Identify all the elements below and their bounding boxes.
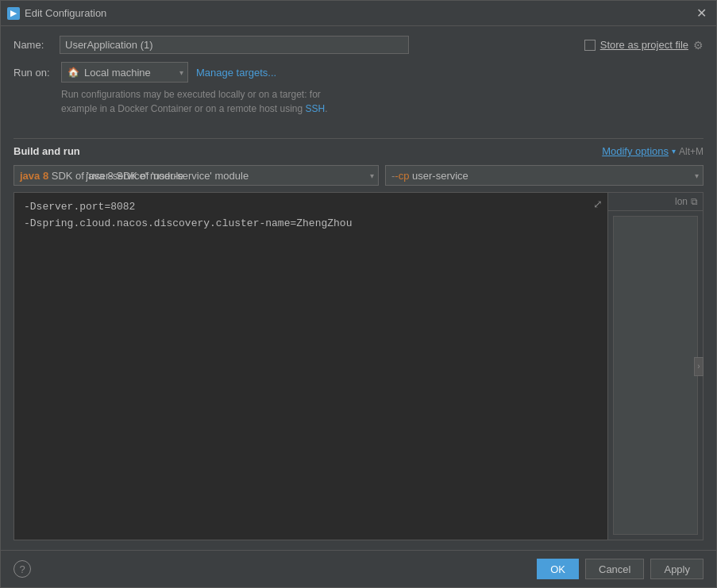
vm-arg-1: -Dserver.port=8082	[24, 199, 598, 216]
sdk-dropdown[interactable]: java 8 SDK of 'user-service' module	[13, 165, 379, 186]
modify-arrow-icon: ▾	[672, 147, 676, 156]
editor-toolbar: ⤢	[592, 196, 604, 212]
right-panel-top: lon ⧉	[608, 193, 703, 211]
gear-icon[interactable]: ⚙	[693, 39, 704, 52]
edit-configuration-dialog: ▶ Edit Configuration ✕ Name: Store as pr…	[0, 0, 717, 588]
dialog-body: Name: Store as project file ⚙ Run on: 🏠 …	[1, 26, 716, 550]
name-input[interactable]	[60, 36, 409, 54]
right-panel: lon ⧉ ›	[608, 192, 704, 540]
vm-arg-2: -Dspring.cloud.nacos.discovery.cluster-n…	[24, 216, 598, 233]
modify-options-link[interactable]: Modify options	[602, 145, 669, 157]
runon-section: Run on: 🏠 Local machine ▾ Manage targets…	[13, 62, 704, 125]
main-editor[interactable]: ⤢ -Dserver.port=8082 -Dspring.cloud.naco…	[13, 192, 608, 540]
name-label: Name:	[13, 39, 53, 51]
help-button[interactable]: ?	[13, 560, 31, 578]
ok-button[interactable]: OK	[537, 559, 579, 579]
ssh-link[interactable]: SSH	[306, 103, 326, 114]
footer-right: OK Cancel Apply	[537, 559, 704, 579]
close-button[interactable]: ✕	[693, 6, 710, 21]
store-row: Store as project file ⚙	[584, 39, 704, 52]
sdk-dropdown-wrapper: java 8 SDK of 'user-service' module java…	[13, 165, 379, 186]
app-icon: ▶	[7, 7, 20, 20]
name-row: Name:	[13, 36, 409, 54]
cancel-button[interactable]: Cancel	[585, 559, 644, 579]
run-hint: Run configurations may be executed local…	[13, 87, 704, 116]
cp-dropdown-wrapper: user-service --cp user-service ▾	[385, 165, 704, 186]
footer-left: ?	[13, 560, 31, 578]
footer: ? OK Cancel Apply	[1, 550, 716, 587]
right-panel-field-label: lon	[675, 196, 688, 207]
editor-content: -Dserver.port=8082 -Dspring.cloud.nacos.…	[14, 193, 607, 239]
runon-label: Run on:	[13, 67, 53, 79]
hint-line1: Run configurations may be executed local…	[61, 89, 321, 100]
divider	[13, 138, 704, 139]
right-panel-copy-icon[interactable]: ⧉	[691, 196, 698, 207]
manage-targets-link[interactable]: Manage targets...	[196, 67, 276, 79]
help-label: ?	[19, 563, 25, 575]
collapse-handle[interactable]: ›	[694, 357, 704, 376]
build-run-title: Build and run	[13, 145, 80, 157]
titlebar: ▶ Edit Configuration ✕	[1, 1, 716, 26]
cp-dropdown[interactable]: user-service	[385, 165, 704, 186]
right-panel-field[interactable]	[613, 216, 698, 535]
modify-options-row[interactable]: Modify options ▾ Alt+M	[602, 145, 704, 157]
dialog-title: Edit Configuration	[25, 7, 106, 19]
titlebar-left: ▶ Edit Configuration	[7, 7, 106, 20]
top-section: Name: Store as project file ⚙	[13, 36, 704, 54]
runon-row: Run on: 🏠 Local machine ▾ Manage targets…	[13, 62, 704, 83]
apply-button[interactable]: Apply	[650, 559, 704, 579]
editor-area: ⤢ -Dserver.port=8082 -Dspring.cloud.naco…	[13, 192, 704, 540]
dropdowns-row: java 8 SDK of 'user-service' module java…	[13, 165, 704, 186]
expand-editor-button[interactable]: ⤢	[592, 196, 604, 212]
build-run-header: Build and run Modify options ▾ Alt+M	[13, 145, 704, 157]
run-on-dropdown-wrapper: 🏠 Local machine ▾	[61, 62, 188, 83]
modify-shortcut: Alt+M	[679, 146, 704, 157]
run-on-dropdown[interactable]: Local machine	[61, 62, 188, 83]
store-label[interactable]: Store as project file	[600, 39, 688, 51]
store-checkbox[interactable]	[584, 40, 596, 51]
hint-line2: example in a Docker Container or on a re…	[61, 103, 328, 114]
